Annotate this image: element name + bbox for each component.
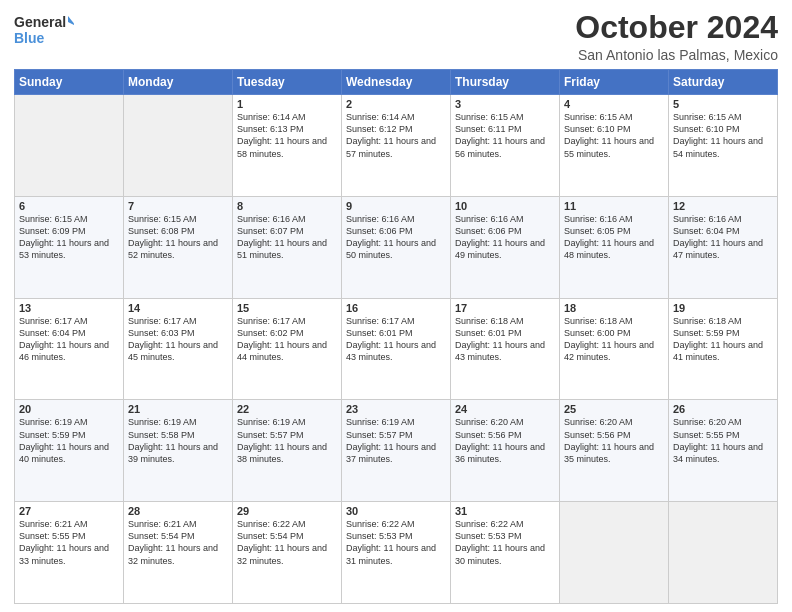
day-number: 27 [19, 505, 119, 517]
calendar-cell: 9 Sunrise: 6:16 AM Sunset: 6:06 PM Dayli… [342, 196, 451, 298]
day-number: 18 [564, 302, 664, 314]
calendar-cell [15, 95, 124, 197]
day-number: 26 [673, 403, 773, 415]
calendar-cell: 15 Sunrise: 6:17 AM Sunset: 6:02 PM Dayl… [233, 298, 342, 400]
cell-info: Sunrise: 6:15 AM Sunset: 6:10 PM Dayligh… [564, 111, 664, 160]
day-number: 9 [346, 200, 446, 212]
calendar-cell: 17 Sunrise: 6:18 AM Sunset: 6:01 PM Dayl… [451, 298, 560, 400]
calendar-cell: 22 Sunrise: 6:19 AM Sunset: 5:57 PM Dayl… [233, 400, 342, 502]
col-sunday: Sunday [15, 70, 124, 95]
day-number: 10 [455, 200, 555, 212]
cell-info: Sunrise: 6:22 AM Sunset: 5:53 PM Dayligh… [455, 518, 555, 567]
calendar-cell: 18 Sunrise: 6:18 AM Sunset: 6:00 PM Dayl… [560, 298, 669, 400]
day-number: 5 [673, 98, 773, 110]
cell-info: Sunrise: 6:20 AM Sunset: 5:56 PM Dayligh… [564, 416, 664, 465]
cell-info: Sunrise: 6:18 AM Sunset: 6:01 PM Dayligh… [455, 315, 555, 364]
cell-info: Sunrise: 6:15 AM Sunset: 6:11 PM Dayligh… [455, 111, 555, 160]
day-number: 24 [455, 403, 555, 415]
day-number: 1 [237, 98, 337, 110]
month-title: October 2024 [575, 10, 778, 45]
calendar-cell: 7 Sunrise: 6:15 AM Sunset: 6:08 PM Dayli… [124, 196, 233, 298]
logo: General Blue [14, 10, 74, 48]
calendar-cell: 28 Sunrise: 6:21 AM Sunset: 5:54 PM Dayl… [124, 502, 233, 604]
svg-text:General: General [14, 14, 66, 30]
calendar-cell: 10 Sunrise: 6:16 AM Sunset: 6:06 PM Dayl… [451, 196, 560, 298]
cell-info: Sunrise: 6:20 AM Sunset: 5:55 PM Dayligh… [673, 416, 773, 465]
calendar-cell: 29 Sunrise: 6:22 AM Sunset: 5:54 PM Dayl… [233, 502, 342, 604]
day-number: 2 [346, 98, 446, 110]
day-number: 22 [237, 403, 337, 415]
calendar-cell: 4 Sunrise: 6:15 AM Sunset: 6:10 PM Dayli… [560, 95, 669, 197]
calendar-cell: 30 Sunrise: 6:22 AM Sunset: 5:53 PM Dayl… [342, 502, 451, 604]
col-friday: Friday [560, 70, 669, 95]
calendar-cell: 21 Sunrise: 6:19 AM Sunset: 5:58 PM Dayl… [124, 400, 233, 502]
day-number: 21 [128, 403, 228, 415]
day-number: 8 [237, 200, 337, 212]
title-block: October 2024 San Antonio las Palmas, Mex… [575, 10, 778, 63]
day-number: 25 [564, 403, 664, 415]
calendar-cell: 8 Sunrise: 6:16 AM Sunset: 6:07 PM Dayli… [233, 196, 342, 298]
cell-info: Sunrise: 6:16 AM Sunset: 6:06 PM Dayligh… [346, 213, 446, 262]
day-number: 19 [673, 302, 773, 314]
calendar-cell: 12 Sunrise: 6:16 AM Sunset: 6:04 PM Dayl… [669, 196, 778, 298]
calendar-cell: 6 Sunrise: 6:15 AM Sunset: 6:09 PM Dayli… [15, 196, 124, 298]
cell-info: Sunrise: 6:21 AM Sunset: 5:54 PM Dayligh… [128, 518, 228, 567]
cell-info: Sunrise: 6:17 AM Sunset: 6:04 PM Dayligh… [19, 315, 119, 364]
cell-info: Sunrise: 6:17 AM Sunset: 6:02 PM Dayligh… [237, 315, 337, 364]
calendar-cell: 19 Sunrise: 6:18 AM Sunset: 5:59 PM Dayl… [669, 298, 778, 400]
logo-svg: General Blue [14, 10, 74, 48]
cell-info: Sunrise: 6:22 AM Sunset: 5:54 PM Dayligh… [237, 518, 337, 567]
col-tuesday: Tuesday [233, 70, 342, 95]
calendar-cell: 2 Sunrise: 6:14 AM Sunset: 6:12 PM Dayli… [342, 95, 451, 197]
calendar-cell [669, 502, 778, 604]
cell-info: Sunrise: 6:17 AM Sunset: 6:03 PM Dayligh… [128, 315, 228, 364]
header: General Blue October 2024 San Antonio la… [14, 10, 778, 63]
day-number: 7 [128, 200, 228, 212]
day-number: 4 [564, 98, 664, 110]
day-number: 13 [19, 302, 119, 314]
calendar-week-4: 20 Sunrise: 6:19 AM Sunset: 5:59 PM Dayl… [15, 400, 778, 502]
calendar-cell [124, 95, 233, 197]
day-number: 29 [237, 505, 337, 517]
calendar-cell: 20 Sunrise: 6:19 AM Sunset: 5:59 PM Dayl… [15, 400, 124, 502]
calendar-week-3: 13 Sunrise: 6:17 AM Sunset: 6:04 PM Dayl… [15, 298, 778, 400]
cell-info: Sunrise: 6:22 AM Sunset: 5:53 PM Dayligh… [346, 518, 446, 567]
col-saturday: Saturday [669, 70, 778, 95]
calendar-cell: 27 Sunrise: 6:21 AM Sunset: 5:55 PM Dayl… [15, 502, 124, 604]
calendar-cell: 25 Sunrise: 6:20 AM Sunset: 5:56 PM Dayl… [560, 400, 669, 502]
day-number: 11 [564, 200, 664, 212]
day-number: 16 [346, 302, 446, 314]
cell-info: Sunrise: 6:19 AM Sunset: 5:58 PM Dayligh… [128, 416, 228, 465]
cell-info: Sunrise: 6:16 AM Sunset: 6:06 PM Dayligh… [455, 213, 555, 262]
cell-info: Sunrise: 6:19 AM Sunset: 5:57 PM Dayligh… [346, 416, 446, 465]
calendar-cell: 31 Sunrise: 6:22 AM Sunset: 5:53 PM Dayl… [451, 502, 560, 604]
cell-info: Sunrise: 6:16 AM Sunset: 6:05 PM Dayligh… [564, 213, 664, 262]
col-monday: Monday [124, 70, 233, 95]
cell-info: Sunrise: 6:14 AM Sunset: 6:13 PM Dayligh… [237, 111, 337, 160]
cell-info: Sunrise: 6:15 AM Sunset: 6:08 PM Dayligh… [128, 213, 228, 262]
calendar-cell: 26 Sunrise: 6:20 AM Sunset: 5:55 PM Dayl… [669, 400, 778, 502]
cell-info: Sunrise: 6:15 AM Sunset: 6:09 PM Dayligh… [19, 213, 119, 262]
cell-info: Sunrise: 6:21 AM Sunset: 5:55 PM Dayligh… [19, 518, 119, 567]
day-number: 12 [673, 200, 773, 212]
calendar-cell: 13 Sunrise: 6:17 AM Sunset: 6:04 PM Dayl… [15, 298, 124, 400]
day-number: 14 [128, 302, 228, 314]
calendar-cell: 23 Sunrise: 6:19 AM Sunset: 5:57 PM Dayl… [342, 400, 451, 502]
svg-marker-2 [68, 16, 74, 26]
day-number: 20 [19, 403, 119, 415]
location: San Antonio las Palmas, Mexico [575, 47, 778, 63]
calendar-cell [560, 502, 669, 604]
cell-info: Sunrise: 6:16 AM Sunset: 6:07 PM Dayligh… [237, 213, 337, 262]
calendar-table: Sunday Monday Tuesday Wednesday Thursday… [14, 69, 778, 604]
calendar-week-5: 27 Sunrise: 6:21 AM Sunset: 5:55 PM Dayl… [15, 502, 778, 604]
cell-info: Sunrise: 6:19 AM Sunset: 5:59 PM Dayligh… [19, 416, 119, 465]
day-number: 28 [128, 505, 228, 517]
calendar-cell: 5 Sunrise: 6:15 AM Sunset: 6:10 PM Dayli… [669, 95, 778, 197]
calendar-cell: 14 Sunrise: 6:17 AM Sunset: 6:03 PM Dayl… [124, 298, 233, 400]
col-thursday: Thursday [451, 70, 560, 95]
calendar-week-2: 6 Sunrise: 6:15 AM Sunset: 6:09 PM Dayli… [15, 196, 778, 298]
calendar-cell: 24 Sunrise: 6:20 AM Sunset: 5:56 PM Dayl… [451, 400, 560, 502]
day-number: 17 [455, 302, 555, 314]
day-number: 31 [455, 505, 555, 517]
cell-info: Sunrise: 6:15 AM Sunset: 6:10 PM Dayligh… [673, 111, 773, 160]
